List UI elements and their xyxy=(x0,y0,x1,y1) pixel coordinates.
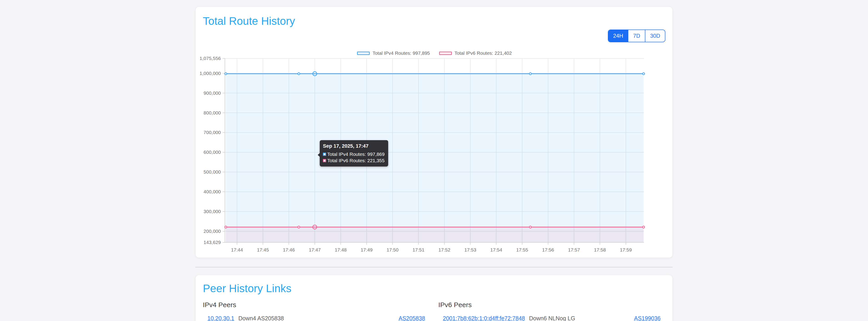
x-tick-label: 17:46 xyxy=(283,247,295,252)
y-tick-label: 200,000 xyxy=(204,228,221,234)
data-point xyxy=(225,226,227,228)
tooltip-ipv6-swatch-icon xyxy=(323,159,326,162)
x-tick-label: 17:50 xyxy=(386,247,399,252)
y-tick-label: 143,629 xyxy=(204,240,221,245)
chart-areas xyxy=(226,74,644,242)
tooltip-ipv4-value: Total IPv4 Routes: 997,869 xyxy=(327,151,384,157)
data-point xyxy=(298,73,300,75)
ipv6-peers-column: IPv6 Peers 2001:7b8:62b:1:0:d4ff:fe72:78… xyxy=(438,301,665,321)
peer-history-card: Peer History Links IPv4 Peers 10.20.30.1… xyxy=(195,275,673,321)
x-tick-label: 17:51 xyxy=(412,247,425,252)
ipv6-peer-row: 2001:7b8:62b:1:0:d4ff:fe72:7848 Down6 NL… xyxy=(438,314,665,321)
ipv4-peer-ip-link[interactable]: 10.20.30.1 xyxy=(207,315,234,321)
y-tick-label: 800,000 xyxy=(204,110,221,115)
x-tick-label: 17:52 xyxy=(438,247,451,252)
data-point xyxy=(225,73,227,75)
x-tick-label: 17:44 xyxy=(231,247,243,252)
route-history-chart[interactable]: 17:4417:4517:4617:4717:4817:4917:5017:51… xyxy=(195,7,673,258)
x-tick-label: 17:55 xyxy=(516,247,528,252)
ipv6-peer-status: Down6 NLNog LG xyxy=(529,315,575,321)
peer-columns: IPv4 Peers 10.20.30.1 Down4 AS205838 AS2… xyxy=(203,301,665,321)
y-tick-label: 700,000 xyxy=(204,130,221,135)
y-tick-label: 1,075,556 xyxy=(200,56,221,61)
tooltip-row-ipv4: Total IPv4 Routes: 997,869 xyxy=(323,151,384,157)
tooltip-ipv6-value: Total IPv6 Routes: 221,355 xyxy=(327,157,384,164)
ipv4-peers-heading: IPv4 Peers xyxy=(203,301,430,309)
data-point xyxy=(643,226,645,228)
x-tick-label: 17:53 xyxy=(464,247,476,252)
x-tick-label: 17:54 xyxy=(490,247,502,252)
ipv6-peer-as-link[interactable]: AS199036 xyxy=(634,315,661,321)
x-tick-label: 17:47 xyxy=(309,247,321,252)
data-point xyxy=(529,226,531,228)
x-tick-label: 17:58 xyxy=(594,247,606,252)
data-point xyxy=(298,226,300,228)
ipv4-peer-row: 10.20.30.1 Down4 AS205838 AS205838 xyxy=(203,314,430,321)
series-area xyxy=(226,227,644,242)
data-point xyxy=(529,73,531,75)
x-tick-label: 17:45 xyxy=(257,247,269,252)
chart-tooltip: Sep 17, 2025, 17:47 Total IPv4 Routes: 9… xyxy=(320,140,388,167)
x-tick-label: 17:57 xyxy=(568,247,580,252)
x-tick-label: 17:59 xyxy=(620,247,632,252)
x-tick-label: 17:56 xyxy=(542,247,554,252)
ipv4-peer-status: Down4 AS205838 xyxy=(238,315,284,321)
tooltip-date: Sep 17, 2025, 17:47 xyxy=(323,143,384,149)
ipv4-peers-column: IPv4 Peers 10.20.30.1 Down4 AS205838 AS2… xyxy=(203,301,430,321)
y-tick-label: 300,000 xyxy=(204,209,221,214)
ipv6-peers-heading: IPv6 Peers xyxy=(438,301,665,309)
page-container: Total Route History 24H 7D 30D Total IPv… xyxy=(195,0,673,321)
y-tick-label: 900,000 xyxy=(204,91,221,96)
data-point xyxy=(643,73,645,75)
x-tick-label: 17:49 xyxy=(361,247,373,252)
route-history-card: Total Route History 24H 7D 30D Total IPv… xyxy=(195,7,673,258)
y-tick-label: 1,000,000 xyxy=(200,71,221,76)
series-area xyxy=(226,74,644,242)
y-tick-label: 500,000 xyxy=(204,169,221,175)
peer-history-title: Peer History Links xyxy=(203,275,665,295)
tooltip-ipv4-swatch-icon xyxy=(323,153,326,156)
x-tick-label: 17:48 xyxy=(335,247,347,252)
section-divider xyxy=(195,267,673,268)
y-tick-label: 600,000 xyxy=(204,149,221,155)
tooltip-row-ipv6: Total IPv6 Routes: 221,355 xyxy=(323,157,384,164)
ipv6-peer-ip-link[interactable]: 2001:7b8:62b:1:0:d4ff:fe72:7848 xyxy=(443,315,525,321)
ipv4-peer-as-link[interactable]: AS205838 xyxy=(399,315,425,321)
y-tick-label: 400,000 xyxy=(204,189,221,194)
